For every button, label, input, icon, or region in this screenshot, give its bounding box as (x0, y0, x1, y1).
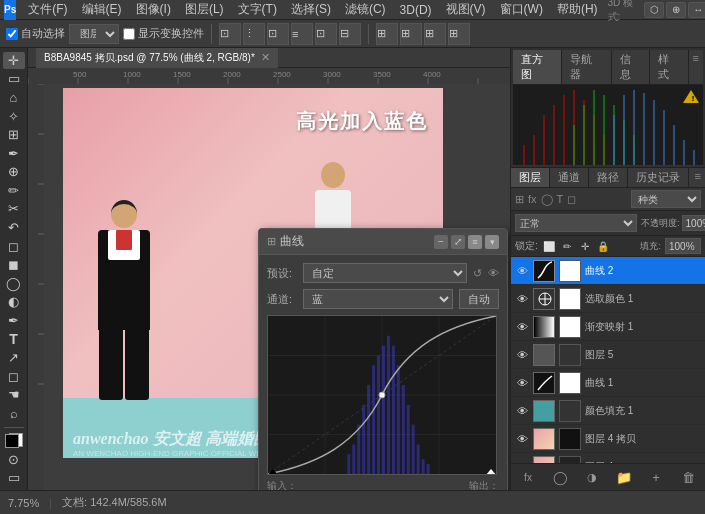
dist-btn-3[interactable]: ⊞ (424, 23, 446, 45)
pen-tool[interactable]: ✒ (3, 312, 25, 329)
dodge-tool[interactable]: ◐ (3, 294, 25, 311)
zoom-tool[interactable]: ⌕ (3, 405, 25, 422)
curves-expand-btn[interactable]: ⤢ (451, 235, 465, 249)
layer-item-curves2[interactable]: 👁 曲线 2 (511, 257, 705, 285)
channel-select[interactable]: 蓝 (303, 289, 453, 309)
canvas-content[interactable]: 500 1000 1500 2000 2500 3000 3500 4000 (28, 68, 510, 490)
curves-graph[interactable] (267, 315, 497, 475)
layer-mask-btn[interactable]: ◯ (551, 468, 569, 486)
fill-input[interactable]: 100% (665, 238, 701, 254)
layer-item-layer5[interactable]: 👁 图层 5 (511, 341, 705, 369)
move-tool[interactable]: ✛ (3, 52, 25, 69)
layer-new-btn[interactable]: + (647, 468, 665, 486)
align-btn-5[interactable]: ⊡ (315, 23, 337, 45)
menu-edit[interactable]: 编辑(E) (76, 0, 128, 19)
eraser-tool[interactable]: ◻ (3, 238, 25, 255)
show-controls-checkbox[interactable]: 显示变换控件 (123, 26, 204, 41)
align-btn-6[interactable]: ⊟ (339, 23, 361, 45)
preset-select[interactable]: 自定 (303, 263, 467, 283)
hist-tab-navigator[interactable]: 导航器 (562, 50, 611, 84)
menu-layer[interactable]: 图层(L) (179, 0, 230, 19)
layer-adj-btn[interactable]: ◑ (583, 468, 601, 486)
rect-select-tool[interactable]: ▭ (3, 71, 25, 88)
layer-eye-selcolor1[interactable]: 👁 (515, 292, 529, 306)
lock-position[interactable]: ✛ (578, 239, 592, 253)
layer-eye-curves1[interactable]: 👁 (515, 376, 529, 390)
menu-type[interactable]: 文字(T) (232, 0, 283, 19)
layer-icon-adj[interactable]: ◯ (541, 193, 553, 206)
layers-tab-layers[interactable]: 图层 (511, 168, 550, 187)
curves-collapse-btn[interactable]: − (434, 235, 448, 249)
gradient-tool[interactable]: ◼ (3, 256, 25, 273)
screen-mode-btn[interactable]: ▭ (3, 469, 25, 486)
layer-item-gradmap1[interactable]: 👁 渐变映射 1 (511, 313, 705, 341)
menu-3d[interactable]: 3D(D) (394, 2, 438, 18)
magic-wand-tool[interactable]: ✧ (3, 108, 25, 125)
history-brush-tool[interactable]: ↶ (3, 219, 25, 236)
type-tool[interactable]: T (3, 331, 25, 348)
menu-file[interactable]: 文件(F) (22, 0, 73, 19)
hist-more-btn[interactable]: ≡ (689, 50, 703, 84)
blend-mode-select[interactable]: 正常 (515, 214, 637, 232)
file-tab[interactable]: B8BA9845 拷贝.psd @ 77.5% (曲线 2, RGB/8)* ✕ (36, 48, 278, 68)
layer-item-colorfill1[interactable]: 👁 颜色填充 1 (511, 397, 705, 425)
hist-tab-histogram[interactable]: 直方图 (513, 50, 562, 84)
curves-reset-icon[interactable]: ↺ (473, 267, 482, 280)
shape-tool[interactable]: ◻ (3, 368, 25, 385)
path-select-tool[interactable]: ↗ (3, 349, 25, 366)
layer-eye-layer5[interactable]: 👁 (515, 348, 529, 362)
dist-btn-4[interactable]: ⊞ (448, 23, 470, 45)
brush-tool[interactable]: ✏ (3, 182, 25, 199)
quick-mask-btn[interactable]: ⊙ (3, 451, 25, 468)
dist-btn-1[interactable]: ⊞ (376, 23, 398, 45)
layers-tab-channels[interactable]: 通道 (550, 168, 589, 187)
menu-window[interactable]: 窗口(W) (494, 0, 549, 19)
curves-eye-icon[interactable]: 👁 (488, 267, 499, 279)
menu-view[interactable]: 视图(V) (440, 0, 492, 19)
layer-icon-fx[interactable]: fx (528, 193, 537, 205)
hand-tool[interactable]: ☚ (3, 386, 25, 403)
layer-icon-text[interactable]: T (557, 193, 564, 205)
layer-eye-colorfill1[interactable]: 👁 (515, 404, 529, 418)
auto-select-checkbox[interactable]: 自动选择 (6, 26, 65, 41)
layer-item-curves1[interactable]: 👁 曲线 1 (511, 369, 705, 397)
layers-tab-paths[interactable]: 路径 (589, 168, 628, 187)
lock-transparent[interactable]: ⬜ (542, 239, 556, 253)
layer-icon-shape[interactable]: ◻ (567, 193, 576, 206)
layer-item-layer4copy[interactable]: 👁 图层 4 拷贝 (511, 425, 705, 453)
layer-item-selcolor1[interactable]: 👁 选取颜色 1 (511, 285, 705, 313)
curves-more-btn[interactable]: ▾ (485, 235, 499, 249)
auto-select-dropdown[interactable]: 图层 (69, 24, 119, 44)
align-btn-3[interactable]: ⊡ (267, 23, 289, 45)
eyedropper-tool[interactable]: ✒ (3, 145, 25, 162)
lock-all[interactable]: 🔒 (596, 239, 610, 253)
curves-titlebar[interactable]: ⊞ 曲线 − ⤢ ≡ ▾ (259, 229, 507, 255)
hist-tab-info[interactable]: 信息 (612, 50, 651, 84)
layer-eye-gradmap1[interactable]: 👁 (515, 320, 529, 334)
lasso-tool[interactable]: ⌂ (3, 89, 25, 106)
layer-kind-select[interactable]: 种类 (631, 190, 701, 208)
layer-fx-btn[interactable]: fx (519, 468, 537, 486)
layer-item-layer4[interactable]: 👁 图层 4 (511, 453, 705, 463)
menu-filter[interactable]: 滤镜(C) (339, 0, 392, 19)
3d-btn-3[interactable]: ↔ (688, 2, 705, 18)
opacity-input[interactable]: 100% (682, 215, 705, 231)
layer-icon-type[interactable]: ⊞ (515, 193, 524, 206)
menu-select[interactable]: 选择(S) (285, 0, 337, 19)
blur-tool[interactable]: ◯ (3, 275, 25, 292)
foreground-background-colors[interactable] (3, 432, 25, 449)
dist-btn-2[interactable]: ⊞ (400, 23, 422, 45)
layer-group-btn[interactable]: 📁 (615, 468, 633, 486)
align-btn-4[interactable]: ≡ (291, 23, 313, 45)
menu-image[interactable]: 图像(I) (130, 0, 177, 19)
align-btn-1[interactable]: ⊡ (219, 23, 241, 45)
layers-tab-history[interactable]: 历史记录 (628, 168, 689, 187)
layer-eye-layer4copy[interactable]: 👁 (515, 432, 529, 446)
layers-more-btn[interactable]: ≡ (691, 168, 705, 187)
layer-delete-btn[interactable]: 🗑 (679, 468, 697, 486)
crop-tool[interactable]: ⊞ (3, 126, 25, 143)
clone-tool[interactable]: ✂ (3, 201, 25, 218)
3d-btn-2[interactable]: ⊕ (666, 2, 686, 18)
3d-btn-1[interactable]: ⬡ (644, 2, 664, 18)
lock-image[interactable]: ✏ (560, 239, 574, 253)
